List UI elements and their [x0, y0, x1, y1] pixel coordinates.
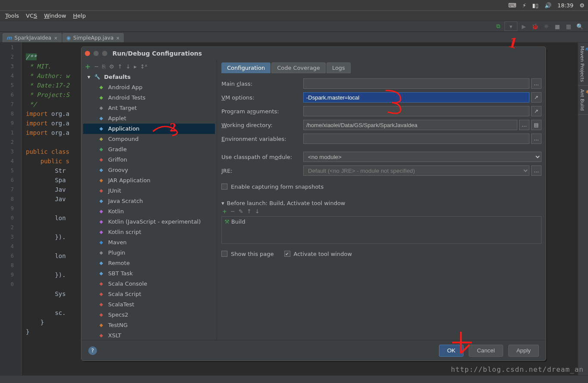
before-edit-icon[interactable]: ✎ [239, 208, 243, 215]
window-min-icon[interactable] [93, 51, 99, 56]
menu-help[interactable]: Help [71, 12, 89, 19]
jre-browse-button[interactable]: … [531, 165, 541, 176]
config-type-icon: ◆ [98, 332, 105, 338]
tab-simpleapp[interactable]: ◉ SimpleApp.java × [62, 33, 124, 42]
folder-icon[interactable]: ▸ [134, 63, 137, 70]
activate-win-checkbox[interactable] [284, 251, 290, 257]
main-class-browse-button[interactable]: … [531, 78, 541, 89]
help-icon[interactable]: ? [88, 346, 97, 355]
tree-item-groovy[interactable]: ◆Groovy [83, 165, 215, 175]
jre-select[interactable]: Default (<no JRE> - module not specified… [303, 165, 529, 176]
classpath-module-select[interactable]: <no module> [303, 152, 541, 162]
tree-item-plugin[interactable]: ◆Plugin [83, 248, 215, 258]
save-config-icon[interactable]: ⚙ [109, 63, 114, 70]
tab-sparkjavaidea[interactable]: m SparkJavaIdea × [3, 33, 62, 42]
tree-item-testng[interactable]: ◆TestNG [83, 320, 215, 330]
env-vars-browse-button[interactable]: … [531, 134, 541, 144]
working-dir-vars-button[interactable]: ▤ [531, 120, 541, 130]
program-args-label: Program arguments: [221, 108, 303, 115]
add-config-icon[interactable]: + [85, 62, 90, 71]
snapshot-checkbox[interactable] [221, 184, 227, 190]
vm-options-input[interactable] [303, 92, 529, 103]
rail-ant[interactable]: ✱Ant Build [578, 86, 588, 115]
tab-code-coverage[interactable]: Code Coverage [271, 62, 326, 73]
dialog-titlebar[interactable]: Run/Debug Configurations [81, 47, 546, 60]
rail-maven[interactable]: mMaven Projects [578, 43, 588, 86]
wifi-icon[interactable]: ⚡ [522, 2, 526, 9]
main-class-input[interactable] [303, 78, 529, 89]
tree-item-kotlin[interactable]: ◆Kotlin [83, 206, 215, 217]
tree-item-jar-application[interactable]: ◆JAR Application [83, 175, 215, 186]
snapshot-checkbox-row[interactable]: Enable capturing form snapshots [221, 181, 541, 192]
tree-item-android-tests[interactable]: ◆Android Tests [83, 93, 215, 103]
keyboard-icon[interactable]: ⌨ [508, 2, 516, 9]
tree-item-scala-script[interactable]: ◆Scala Script [83, 289, 215, 299]
tree-item-kotlin-javascript-experimental-[interactable]: ◆Kotlin (JavaScript - experimental) [83, 217, 215, 227]
before-launch-section[interactable]: ▾ Before launch: Build, Activate tool wi… [221, 200, 541, 206]
tree-item-sbt-task[interactable]: ◆SBT Task [83, 268, 215, 279]
before-launch-list[interactable]: ⚒ Build [221, 216, 541, 244]
cancel-button[interactable]: Cancel [469, 345, 503, 357]
window-max-icon[interactable] [102, 51, 107, 56]
remove-config-icon[interactable]: − [94, 63, 99, 70]
before-add-icon[interactable]: + [222, 208, 227, 215]
coverage-icon[interactable]: ☼ [541, 22, 551, 31]
before-up-icon[interactable]: ↑ [247, 208, 252, 215]
tree-item-applet[interactable]: ◆Applet [83, 113, 215, 124]
tree-item-griffon[interactable]: ◆Griffon [83, 155, 215, 165]
working-dir-input[interactable] [303, 120, 517, 130]
tree-item-gradle[interactable]: ◆Gradle [83, 144, 215, 155]
settings-gear-icon[interactable]: ⚙ [579, 2, 585, 9]
debug-icon[interactable]: 🐞 [530, 22, 540, 31]
tab-configuration[interactable]: Configuration [221, 62, 271, 73]
tree-item-android-app[interactable]: ◆Android App [83, 82, 215, 93]
before-down-icon[interactable]: ↓ [255, 208, 260, 215]
battery-icon[interactable]: ▮▯ [532, 2, 538, 9]
env-vars-input[interactable] [303, 134, 529, 144]
volume-icon[interactable]: 🔊 [544, 2, 551, 9]
move-up-icon[interactable]: ↑ [118, 63, 122, 70]
tree-item-application[interactable]: ◆Application [83, 124, 215, 134]
run-icon[interactable]: ▶ [519, 22, 529, 31]
before-remove-icon[interactable]: − [230, 208, 235, 215]
before-launch-item[interactable]: ⚒ Build [224, 218, 538, 225]
menu-vcs[interactable]: VCS [23, 12, 40, 19]
menu-tools[interactable]: TToolsools [3, 12, 22, 19]
window-close-icon[interactable] [85, 51, 90, 56]
run-config-dropdown[interactable]: ▾ [504, 22, 517, 31]
tree-item-compound[interactable]: ◆Compound [83, 134, 215, 144]
tree-item-maven[interactable]: ◆Maven [83, 237, 215, 248]
tree-toolbar: + − ⎘ ⚙ ↑ ↓ ▸ ↕ᴬ [83, 62, 215, 72]
sort-icon[interactable]: ↕ᴬ [140, 63, 147, 70]
search-icon[interactable]: 🔍 [575, 22, 585, 31]
vm-options-expand-button[interactable]: ↗ [531, 92, 541, 103]
stop-icon[interactable]: ■ [553, 22, 562, 31]
copy-config-icon[interactable]: ⎘ [102, 63, 106, 70]
activate-win-checkbox-row[interactable]: Activate tool window [284, 248, 352, 259]
working-dir-browse-button[interactable]: … [519, 120, 529, 130]
ok-button[interactable]: OK [439, 345, 464, 357]
tree-item-scala-console[interactable]: ◆Scala Console [83, 279, 215, 289]
program-args-input[interactable] [303, 106, 529, 116]
tree-item-kotlin-script[interactable]: ◆Kotlin script [83, 227, 215, 237]
tree-root-defaults[interactable]: ▾ 🔧 Defaults [83, 72, 215, 82]
tab-logs[interactable]: Logs [327, 62, 351, 73]
config-tree[interactable]: ▾ 🔧 Defaults ◆Android App◆Android Tests◆… [83, 72, 215, 338]
close-icon[interactable]: × [116, 36, 119, 40]
build-icon[interactable]: ⧉ [493, 22, 503, 31]
show-page-checkbox-row[interactable]: Show this page [221, 248, 274, 259]
program-args-expand-button[interactable]: ↗ [531, 106, 541, 116]
tree-item-remote[interactable]: ◆Remote [83, 258, 215, 268]
show-page-checkbox[interactable] [221, 251, 227, 257]
close-icon[interactable]: × [54, 36, 57, 40]
layout-icon[interactable]: ▦ [564, 22, 573, 31]
apply-button[interactable]: Apply [508, 345, 539, 357]
tree-item-ant-target[interactable]: ◆Ant Target [83, 103, 215, 113]
tree-item-specs2[interactable]: ◆Specs2 [83, 310, 215, 320]
tree-item-junit[interactable]: ◆JUnit [83, 186, 215, 196]
menu-window[interactable]: Window [41, 12, 68, 19]
tree-item-scalatest[interactable]: ◆ScalaTest [83, 299, 215, 310]
tree-item-xslt[interactable]: ◆XSLT [83, 330, 215, 338]
move-down-icon[interactable]: ↓ [126, 63, 131, 70]
tree-item-java-scratch[interactable]: ◆Java Scratch [83, 196, 215, 206]
